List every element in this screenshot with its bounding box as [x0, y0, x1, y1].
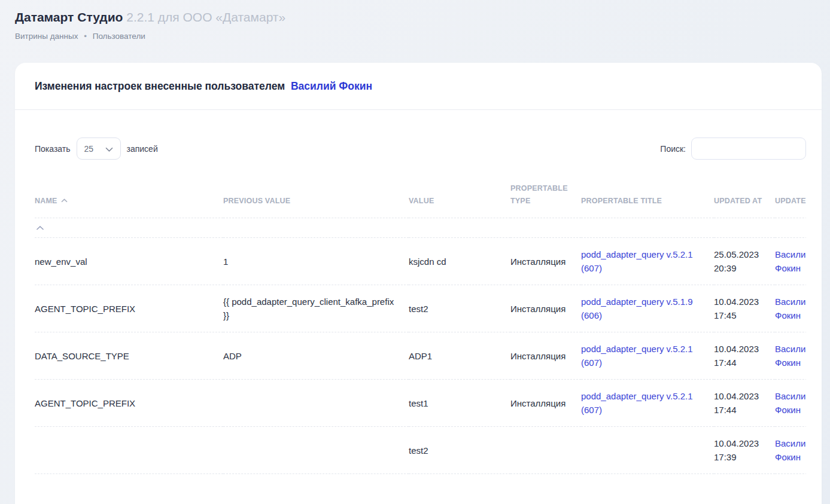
page-size-value: 25 [84, 144, 94, 154]
table-wrapper: Name Previous value Value Propertable ty… [35, 160, 806, 474]
user-link[interactable]: Василий Фокин [291, 80, 372, 92]
app-subtitle: 2.2.1 для ООО «Датамарт» [126, 10, 285, 24]
breadcrumb-item-polzovateli[interactable]: Пользователи [93, 32, 145, 41]
updated-by-link[interactable]: Василий Фокин [775, 249, 806, 273]
breadcrumb: Витрины данных • Пользователи [15, 32, 830, 41]
cell-value: test2 [409, 427, 510, 474]
cell-previous-value: 1 [223, 238, 409, 285]
cell-name [35, 427, 223, 474]
cell-updated-by: Василий Фокин [775, 285, 806, 332]
column-header-propertable-title[interactable]: Propertable title [581, 160, 714, 218]
table-row: test2 10.04.2023 17:39 Василий Фокин [35, 427, 806, 474]
card-heading-text: Изменения настроек внесенные пользовател… [35, 80, 285, 92]
records-label: записей [127, 144, 158, 154]
page-header: Датамарт Студио 2.2.1 для ООО «Датамарт»… [0, 0, 830, 41]
sort-asc-icon [61, 194, 68, 207]
search-input[interactable] [691, 138, 806, 160]
table-row: AGENT_TOPIC_PREFIX {{ podd_adapter_query… [35, 285, 806, 332]
breadcrumb-item-vitriny[interactable]: Витрины данных [15, 32, 78, 41]
chevron-up-icon[interactable] [36, 225, 44, 231]
table-controls: Показать 25 записей Поиск: [35, 138, 806, 160]
cell-propertable-title: podd_adapter_query v.5.2.1 (607) [581, 238, 714, 285]
cell-propertable-type [510, 427, 581, 474]
table-header-row: Name Previous value Value Propertable ty… [35, 160, 806, 218]
cell-value: ksjcdn cd [409, 238, 510, 285]
cell-updated-at: 10.04.2023 17:45 [714, 285, 775, 332]
cell-updated-at: 10.04.2023 17:44 [714, 332, 775, 380]
cell-previous-value: {{ podd_adapter_query_client_kafka_prefi… [223, 285, 409, 332]
cell-previous-value: ADP [223, 332, 409, 380]
show-label: Показать [35, 144, 71, 154]
table-row: DATA_SOURCE_TYPE ADP ADP1 Инсталляция po… [35, 332, 806, 380]
cell-updated-by: Василий Фокин [775, 238, 806, 285]
cell-updated-by: Василий Фокин [775, 380, 806, 427]
propertable-title-link[interactable]: podd_adapter_query v.5.2.1 (607) [581, 391, 693, 415]
cell-updated-at: 10.04.2023 17:39 [714, 427, 775, 474]
settings-changes-card: Изменения настроек внесенные пользовател… [15, 63, 822, 504]
breadcrumb-separator: • [84, 32, 87, 41]
app-title: Датамарт Студио [15, 10, 123, 24]
cell-value: test2 [409, 285, 510, 332]
cell-propertable-title: podd_adapter_query v.5.2.1 (607) [581, 332, 714, 380]
cell-propertable-type: Инсталляция [510, 332, 581, 380]
group-row [35, 218, 806, 238]
card-heading: Изменения настроек внесенные пользовател… [15, 63, 822, 110]
cell-value: ADP1 [409, 332, 510, 380]
column-header-updated-at[interactable]: Updated at [714, 160, 775, 218]
updated-by-link[interactable]: Василий Фокин [775, 438, 806, 462]
page-size-select[interactable]: 25 [77, 138, 121, 160]
cell-propertable-title [581, 427, 714, 474]
propertable-title-link[interactable]: podd_adapter_query v.5.2.1 (607) [581, 344, 693, 368]
cell-propertable-title: podd_adapter_query v.5.1.9 (606) [581, 285, 714, 332]
updated-by-link[interactable]: Василий Фокин [775, 391, 806, 415]
updated-by-link[interactable]: Василий Фокин [775, 344, 806, 368]
cell-previous-value [223, 427, 409, 474]
page-length-control: Показать 25 записей [35, 138, 158, 160]
column-header-value[interactable]: Value [409, 160, 510, 218]
cell-updated-at: 10.04.2023 17:44 [714, 380, 775, 427]
search-label: Поиск: [660, 144, 686, 154]
cell-propertable-title: podd_adapter_query v.5.2.1 (607) [581, 380, 714, 427]
updated-by-link[interactable]: Василий Фокин [775, 297, 806, 320]
cell-name: AGENT_TOPIC_PREFIX [35, 285, 223, 332]
propertable-title-link[interactable]: podd_adapter_query v.5.2.1 (607) [581, 249, 693, 273]
column-header-name[interactable]: Name [35, 160, 223, 218]
cell-previous-value [223, 380, 409, 427]
cell-updated-at: 25.05.2023 20:39 [714, 238, 775, 285]
app-title-line: Датамарт Студио 2.2.1 для ООО «Датамарт» [15, 10, 830, 25]
cell-updated-by: Василий Фокин [775, 332, 806, 380]
changes-table: Name Previous value Value Propertable ty… [35, 160, 806, 474]
column-header-previous-value[interactable]: Previous value [223, 160, 409, 218]
cell-propertable-type: Инсталляция [510, 285, 581, 332]
cell-value: test1 [409, 380, 510, 427]
chevron-down-icon [105, 144, 113, 154]
cell-propertable-type: Инсталляция [510, 238, 581, 285]
column-header-updated-by[interactable]: Updated by [775, 160, 806, 218]
cell-updated-by: Василий Фокин [775, 427, 806, 474]
cell-name: new_env_val [35, 238, 223, 285]
propertable-title-link[interactable]: podd_adapter_query v.5.1.9 (606) [581, 297, 693, 320]
cell-name: AGENT_TOPIC_PREFIX [35, 380, 223, 427]
table-row: new_env_val 1 ksjcdn cd Инсталляция podd… [35, 238, 806, 285]
cell-name: DATA_SOURCE_TYPE [35, 332, 223, 380]
cell-propertable-type: Инсталляция [510, 380, 581, 427]
column-header-propertable-type[interactable]: Propertable type [510, 160, 581, 218]
search-control: Поиск: [660, 138, 806, 160]
table-row: AGENT_TOPIC_PREFIX test1 Инсталляция pod… [35, 380, 806, 427]
